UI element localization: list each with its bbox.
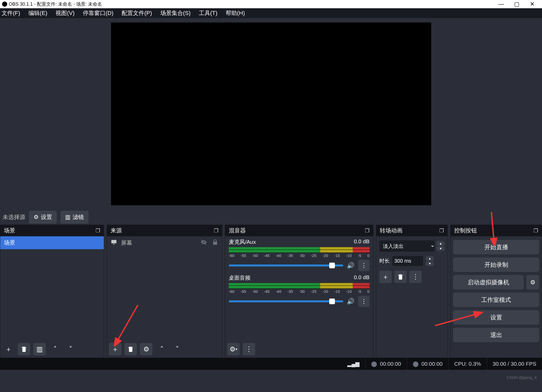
window-minimize-button[interactable]: —	[493, 1, 509, 7]
scene-filter-button[interactable]: ▥	[33, 343, 46, 355]
source-add-button[interactable]: ＋	[109, 343, 121, 355]
status-network: ▂▄▆	[342, 358, 365, 370]
duration-spin[interactable]: ▴▾	[426, 256, 434, 266]
dock-scenes: 场景 ❐ 场景 ＋ ▥ ˄ ˅	[0, 225, 104, 358]
source-filters-label: 滤镜	[73, 213, 84, 221]
speaker-icon[interactable]: 🔊	[347, 262, 355, 269]
volume-slider[interactable]	[229, 264, 343, 266]
dock-mixer-header[interactable]: 混音器 ❐	[225, 225, 373, 236]
dock-mixer: 混音器 ❐ 麦克风/Aux 0.0 dB -60-55-50-45-40-35-…	[225, 225, 373, 358]
mixer-channel: 桌面音频 0.0 dB -60-55-50-45-40-35-30-25-20-…	[225, 272, 373, 308]
lock-icon[interactable]	[212, 239, 218, 247]
monitor-icon	[111, 239, 117, 247]
preview-canvas[interactable]	[111, 22, 431, 205]
window-maximize-button[interactable]: ▢	[509, 1, 524, 7]
mixer-settings-button[interactable]: ⚙▾	[227, 343, 240, 355]
dock-mixer-title: 混音器	[229, 227, 246, 234]
menu-help[interactable]: 帮助(H)	[225, 8, 246, 18]
scenes-list[interactable]: 场景	[0, 236, 104, 341]
studio-mode-button[interactable]: 工作室模式	[453, 293, 539, 307]
menu-view[interactable]: 视图(V)	[55, 8, 75, 18]
start-stream-button[interactable]: 开始直播	[453, 240, 539, 254]
trash-icon	[397, 273, 404, 280]
volume-slider[interactable]	[229, 300, 343, 302]
scene-remove-button[interactable]	[18, 343, 30, 355]
audio-meter	[229, 247, 370, 253]
dock-controls: 控制按钮 ❐ 开始直播 开始录制 启动虚拟摄像机 ⚙ 工作室模式 设置 退出	[450, 225, 542, 358]
duration-label: 时长	[379, 257, 390, 264]
transition-add-button[interactable]: ＋	[379, 271, 392, 283]
menu-dock[interactable]: 停靠窗口(D)	[82, 8, 114, 18]
source-item-label: 屏幕	[121, 239, 132, 247]
popout-icon[interactable]: ❐	[96, 228, 100, 234]
mixer-channel-db: 0.0 dB	[354, 274, 370, 281]
source-properties-button[interactable]: ⚙	[140, 343, 152, 355]
meter-ticks: -60-55-50-45-40-35-30-25-20-15-10-50	[229, 289, 370, 294]
window-title: OBS 30.1.1 - 配置文件: 未命名 - 场景: 未命名	[9, 1, 102, 7]
source-remove-button[interactable]	[124, 343, 137, 355]
transition-menu-button[interactable]: ⋮	[409, 271, 422, 283]
source-move-up-button[interactable]: ˄	[155, 343, 168, 355]
audio-meter	[229, 283, 370, 289]
channel-menu-button[interactable]: ⋮	[358, 296, 370, 307]
source-move-down-button[interactable]: ˅	[171, 343, 183, 355]
meter-ticks: -60-55-50-45-40-35-30-25-20-15-10-50	[229, 253, 370, 258]
source-settings-label: 设置	[41, 213, 52, 221]
start-virtualcam-button[interactable]: 启动虚拟摄像机	[453, 275, 524, 289]
exit-button[interactable]: 退出	[453, 328, 539, 342]
menu-tools[interactable]: 工具(T)	[198, 8, 218, 18]
dock-transitions-header[interactable]: 转场动画 ❐	[376, 225, 447, 236]
source-settings-button[interactable]: ⚙ 设置	[29, 211, 57, 224]
speaker-icon[interactable]: 🔊	[347, 298, 355, 305]
transition-select[interactable]: 淡入淡出	[379, 240, 435, 252]
source-filters-button[interactable]: ▥ 滤镜	[60, 211, 89, 224]
source-toolbar: 未选择源 ⚙ 设置 ▥ 滤镜	[0, 210, 542, 225]
dock-controls-title: 控制按钮	[454, 227, 477, 234]
mixer-channel: 麦克风/Aux 0.0 dB -60-55-50-45-40-35-30-25-…	[225, 236, 373, 272]
no-source-label: 未选择源	[3, 213, 25, 221]
sources-footer: ＋ ⚙ ˄ ˅	[107, 341, 222, 358]
dock-scenes-header[interactable]: 场景 ❐	[0, 225, 104, 236]
visibility-icon[interactable]	[200, 239, 207, 247]
transitions-body: 淡入淡出 ▴▾ 时长 ▴▾ ＋ ⋮	[376, 236, 447, 358]
mixer-menu-button[interactable]: ⋮	[243, 343, 255, 355]
menu-edit[interactable]: 编辑(E)	[28, 8, 48, 18]
menu-file[interactable]: 文件(F)	[1, 8, 21, 18]
status-record-time: ⬤00:00:00	[407, 358, 448, 370]
scene-move-down-button[interactable]: ˅	[64, 343, 77, 355]
mixer-body: 麦克风/Aux 0.0 dB -60-55-50-45-40-35-30-25-…	[225, 236, 373, 341]
window-close-button[interactable]: ✕	[524, 1, 540, 7]
source-item[interactable]: 屏幕	[107, 236, 222, 250]
popout-icon[interactable]: ❐	[533, 228, 538, 234]
scenes-footer: ＋ ▥ ˄ ˅	[0, 341, 104, 358]
dock-scenes-title: 场景	[4, 227, 15, 234]
sources-list[interactable]: 屏幕	[107, 236, 222, 341]
mixer-channel-name: 麦克风/Aux	[229, 238, 256, 246]
app-logo-icon	[2, 2, 7, 7]
menu-profile[interactable]: 配置文件(P)	[121, 8, 152, 18]
dock-sources-header[interactable]: 来源 ❐	[107, 225, 222, 236]
trash-icon	[21, 346, 27, 352]
preview-area[interactable]	[0, 18, 542, 210]
record-dot-icon: ⬤	[371, 361, 377, 367]
transition-remove-button[interactable]	[394, 271, 407, 283]
scene-item[interactable]: 场景	[0, 236, 104, 249]
menu-scene-collection[interactable]: 场景集合(S)	[160, 8, 191, 18]
virtualcam-settings-button[interactable]: ⚙	[526, 275, 539, 289]
record-dot-icon: ⬤	[413, 361, 419, 367]
mixer-channel-name: 桌面音频	[229, 274, 250, 281]
start-record-button[interactable]: 开始录制	[453, 257, 539, 272]
settings-button[interactable]: 设置	[453, 310, 539, 325]
popout-icon[interactable]: ❐	[439, 228, 444, 234]
statusbar: ▂▄▆ ⬤00:00:00 ⬤00:00:00 CPU: 0.3% 30.00 …	[0, 358, 542, 370]
dock-controls-header[interactable]: 控制按钮 ❐	[451, 225, 542, 236]
transition-spin[interactable]: ▴▾	[437, 241, 444, 251]
popout-icon[interactable]: ❐	[214, 228, 218, 234]
dock-sources-title: 来源	[111, 227, 122, 234]
scene-add-button[interactable]: ＋	[2, 343, 15, 355]
scene-move-up-button[interactable]: ˄	[49, 343, 61, 355]
duration-input[interactable]	[392, 256, 423, 266]
channel-menu-button[interactable]: ⋮	[358, 260, 370, 271]
menubar: 文件(F) 编辑(E) 视图(V) 停靠窗口(D) 配置文件(P) 场景集合(S…	[0, 8, 542, 18]
popout-icon[interactable]: ❐	[365, 228, 370, 234]
